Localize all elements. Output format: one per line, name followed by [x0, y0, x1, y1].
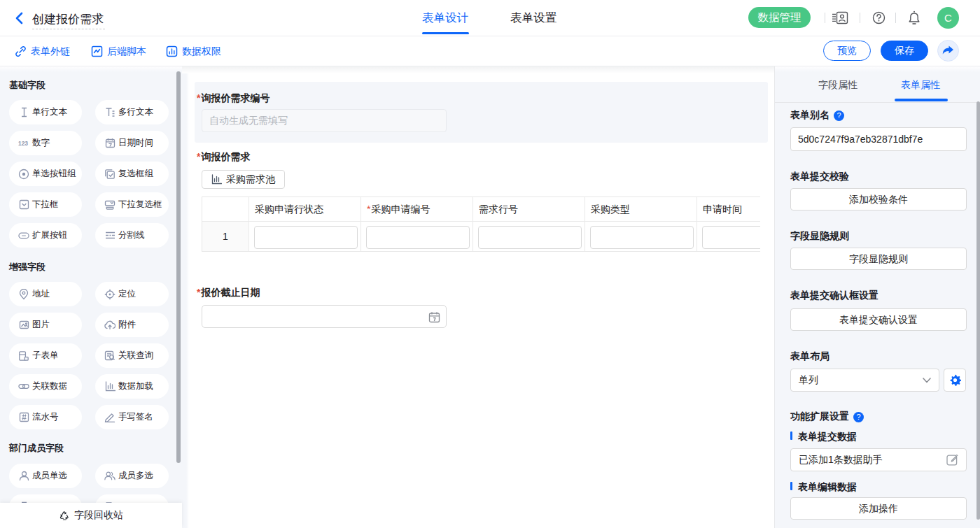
svg-text:123: 123: [18, 140, 28, 147]
